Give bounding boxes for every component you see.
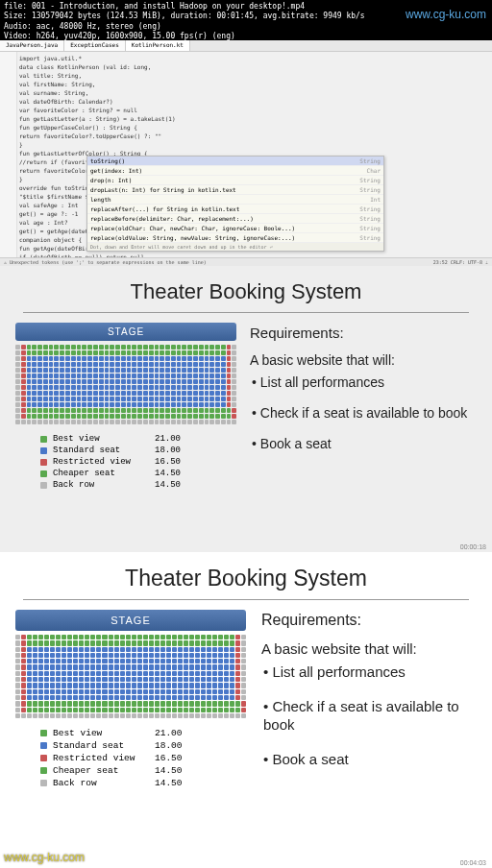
seat xyxy=(32,374,37,378)
seat xyxy=(33,647,37,652)
ide-autocomplete-popup[interactable]: toString()Stringget(index: Int)Chardrop(… xyxy=(86,156,384,252)
seat-row xyxy=(15,640,246,645)
seat xyxy=(27,414,32,419)
ide-tab-exceptions[interactable]: ExceptionCases xyxy=(64,40,126,51)
seat xyxy=(120,683,125,687)
ide-tab-kotlin[interactable]: KotlinPerson.kt xyxy=(126,40,190,51)
seat xyxy=(235,635,240,639)
seat xyxy=(62,671,66,676)
seat xyxy=(212,695,217,700)
seat xyxy=(33,713,37,718)
seat xyxy=(178,659,183,663)
seat xyxy=(127,385,132,390)
seat xyxy=(49,345,54,350)
autocomplete-item[interactable]: replace(oldChar: Char, newChar: Char, ig… xyxy=(87,224,383,233)
autocomplete-item[interactable]: lengthInt xyxy=(87,195,383,205)
seat xyxy=(21,671,26,676)
seat xyxy=(71,350,76,355)
seat xyxy=(201,659,206,663)
code-line: import java.util.* xyxy=(19,54,488,62)
seat xyxy=(33,708,37,712)
seat xyxy=(33,677,37,682)
autocomplete-item[interactable]: toString()String xyxy=(87,157,383,166)
autocomplete-item[interactable]: dropLast(n: Int) for String in kotlin.te… xyxy=(87,185,383,195)
seat xyxy=(67,659,72,663)
seat xyxy=(155,362,160,367)
autocomplete-item[interactable]: replace(oldValue: String, newValue: Stri… xyxy=(87,233,383,243)
seat xyxy=(232,385,236,390)
seat xyxy=(160,659,165,663)
autocomplete-item[interactable]: get(index: Int)Char xyxy=(87,166,383,176)
seat xyxy=(126,677,131,682)
seat xyxy=(71,397,76,401)
seat xyxy=(207,635,211,639)
autocomplete-item[interactable]: replaceBefore(delimiter: Char, replaceme… xyxy=(87,214,383,224)
seat xyxy=(79,708,84,712)
seat xyxy=(132,414,136,419)
seat xyxy=(62,683,66,687)
req-heading: Requirements: xyxy=(261,612,477,629)
seat-row xyxy=(15,701,246,706)
seat xyxy=(172,701,177,706)
seat xyxy=(171,420,176,424)
seat xyxy=(149,683,154,687)
seat xyxy=(241,695,246,700)
seat xyxy=(21,659,26,663)
seat xyxy=(227,356,232,361)
seat xyxy=(209,368,214,373)
seat xyxy=(90,640,95,645)
seat xyxy=(79,689,84,694)
ide-tab-java[interactable]: JavaPerson.java xyxy=(0,40,64,51)
seat xyxy=(77,350,82,355)
seat xyxy=(37,374,42,378)
seat xyxy=(171,385,176,390)
seat xyxy=(85,635,89,639)
seat xyxy=(37,397,42,401)
seat xyxy=(49,397,54,401)
seat xyxy=(27,391,32,396)
seat xyxy=(105,362,110,367)
seat xyxy=(87,414,92,419)
seat xyxy=(137,683,142,687)
seat xyxy=(56,635,61,639)
seat xyxy=(109,677,113,682)
seat xyxy=(160,385,164,390)
legend-swatch xyxy=(40,742,47,749)
seat xyxy=(201,677,206,682)
autocomplete-item[interactable]: drop(n: Int)String xyxy=(87,176,383,185)
seat xyxy=(155,402,160,407)
seat xyxy=(67,677,72,682)
seat xyxy=(110,385,114,390)
seat xyxy=(65,379,70,384)
seat xyxy=(109,653,113,658)
seat xyxy=(102,677,107,682)
seat xyxy=(27,664,32,669)
seat xyxy=(37,379,42,384)
code-line: data class KotlinPerson (val id: Long, xyxy=(19,62,488,71)
seat xyxy=(87,356,92,361)
legend-row: Standard seat18.00 xyxy=(40,446,236,455)
autocomplete-item[interactable]: replaceAfter(...) for String in kotlin.t… xyxy=(87,205,383,214)
seat xyxy=(79,664,84,669)
seat xyxy=(193,385,198,390)
legend-row: Best view21.00 xyxy=(40,728,246,738)
seat xyxy=(172,653,177,658)
seat xyxy=(166,647,171,652)
seat xyxy=(114,653,119,658)
seat xyxy=(15,350,20,355)
seat xyxy=(121,385,126,390)
seat xyxy=(143,708,148,712)
seat xyxy=(171,397,176,401)
seat xyxy=(15,689,20,694)
seat xyxy=(155,659,160,663)
seat xyxy=(235,713,240,718)
seat xyxy=(85,671,89,676)
seat xyxy=(155,350,160,355)
seat xyxy=(67,647,72,652)
seat xyxy=(120,695,125,700)
seat xyxy=(73,664,78,669)
legend-price: 16.50 xyxy=(155,753,183,763)
seat xyxy=(44,659,49,663)
seat xyxy=(38,708,43,712)
code-line: val title: String, xyxy=(19,71,488,80)
